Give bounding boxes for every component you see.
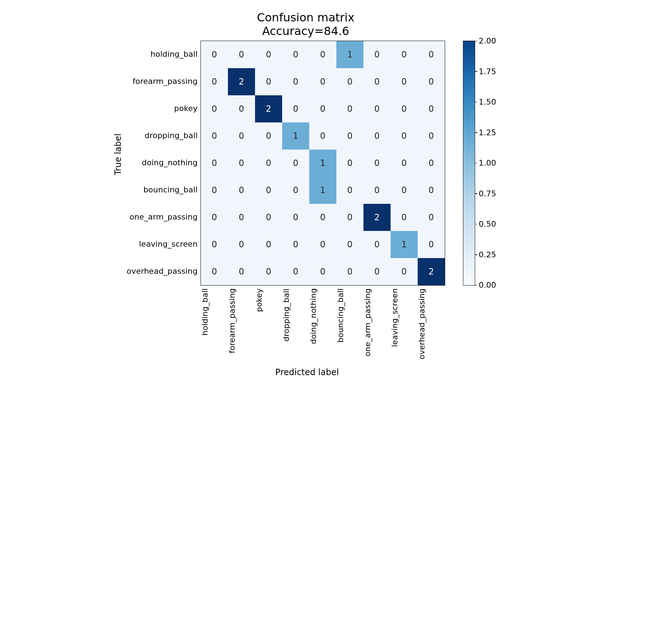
heatmap-cell: 0 xyxy=(418,41,445,68)
y-tick-label: doing_nothing xyxy=(127,149,198,176)
colorbar-tick: 0.50 xyxy=(479,220,496,228)
heatmap-cell: 0 xyxy=(391,122,418,150)
heatmap-cell: 0 xyxy=(228,122,255,150)
title-block: Confusion matrix Accuracy=84.6 xyxy=(184,11,427,38)
x-tick-label: one_arm_passing xyxy=(363,288,390,361)
heatmap-cell: 0 xyxy=(255,204,282,231)
heatmap-cell: 0 xyxy=(201,258,228,285)
heatmap-cell: 0 xyxy=(418,68,445,95)
heatmap-cell: 0 xyxy=(336,204,363,231)
heatmap-cell: 0 xyxy=(228,258,255,285)
y-tick-label: pokey xyxy=(127,95,198,122)
y-tick-label: overhead_passing xyxy=(127,258,198,285)
heatmap-cell: 0 xyxy=(201,204,228,231)
heatmap-cell: 0 xyxy=(363,177,391,204)
heatmap-cell: 2 xyxy=(228,68,255,95)
heatmap-cell: 0 xyxy=(255,231,282,258)
colorbar-tick: 0.75 xyxy=(479,189,496,198)
heatmap-cell: 0 xyxy=(255,68,282,95)
heatmap-cell: 2 xyxy=(255,95,282,122)
y-tick-label: bouncing_ball xyxy=(127,176,198,203)
heatmap-cell: 0 xyxy=(363,122,391,150)
heatmap-cell: 1 xyxy=(391,231,418,258)
heatmap-cell: 0 xyxy=(201,231,228,258)
colorbar-tick: 1.75 xyxy=(479,67,496,76)
heatmap-cell: 0 xyxy=(391,95,418,122)
colorbar-tick: 1.00 xyxy=(479,158,496,167)
heatmap-cell: 0 xyxy=(201,177,228,204)
heatmap-cell: 0 xyxy=(336,177,363,204)
heatmap-cell: 0 xyxy=(391,68,418,95)
heatmap-cell: 0 xyxy=(391,204,418,231)
heatmap-cell: 1 xyxy=(336,41,363,68)
heatmap-cell: 0 xyxy=(282,41,309,68)
heatmap-cell: 0 xyxy=(282,95,309,122)
main-area: True label holding_ballforearm_passingpo… xyxy=(113,41,559,361)
heatmap-cell: 0 xyxy=(201,122,228,150)
x-tick-label: forearm_passing xyxy=(228,288,255,361)
x-tick-label: leaving_screen xyxy=(390,288,417,361)
heatmap-cell: 0 xyxy=(391,41,418,68)
heatmap-cell: 0 xyxy=(309,204,336,231)
heatmap-cell: 0 xyxy=(391,258,418,285)
confusion-matrix-chart: Confusion matrix Accuracy=84.6 True labe… xyxy=(113,11,559,377)
heatmap-cell: 0 xyxy=(309,258,336,285)
heatmap-cell: 0 xyxy=(228,41,255,68)
chart-title: Confusion matrix xyxy=(184,11,427,24)
heatmap-cell: 0 xyxy=(363,95,391,122)
heatmap-cell: 0 xyxy=(418,122,445,150)
x-tick-label: pokey xyxy=(255,288,282,361)
colorbar-tick: 2.00 xyxy=(479,36,496,45)
x-tick-label: holding_ball xyxy=(200,288,228,361)
heatmap-cell: 0 xyxy=(391,177,418,204)
heatmap-cell: 0 xyxy=(282,150,309,177)
heatmap-cell: 1 xyxy=(309,150,336,177)
colorbar-tick: 0.00 xyxy=(479,281,496,289)
heatmap-cell: 0 xyxy=(336,150,363,177)
heatmap-cell: 0 xyxy=(309,122,336,150)
heatmap-cell: 0 xyxy=(228,204,255,231)
heatmap-cell: 2 xyxy=(418,258,445,285)
heatmap-cell: 0 xyxy=(255,122,282,150)
y-tick-label: forearm_passing xyxy=(127,68,198,95)
heatmap-cell: 0 xyxy=(228,150,255,177)
y-tick-label: dropping_ball xyxy=(127,122,198,149)
colorbar-tick: 1.50 xyxy=(479,97,496,106)
heatmap-cell: 0 xyxy=(309,231,336,258)
x-axis-label: Predicted label xyxy=(185,367,429,377)
heatmap-cell: 1 xyxy=(282,122,309,150)
heatmap-cell: 2 xyxy=(363,204,391,231)
heatmap-cell: 0 xyxy=(336,231,363,258)
heatmap-cell: 0 xyxy=(336,95,363,122)
heatmap-cell: 0 xyxy=(228,177,255,204)
y-tick-label: holding_ball xyxy=(127,41,198,68)
heatmap-cell: 0 xyxy=(282,177,309,204)
heatmap-cell: 0 xyxy=(201,41,228,68)
heatmap-cell: 0 xyxy=(363,68,391,95)
x-tick-label: overhead_passing xyxy=(417,288,444,361)
heatmap-cell: 0 xyxy=(363,258,391,285)
heatmap-cell: 0 xyxy=(336,258,363,285)
heatmap-cell: 0 xyxy=(363,231,391,258)
heatmap-cell: 0 xyxy=(282,231,309,258)
heatmap-cell: 0 xyxy=(391,150,418,177)
heatmap-cell: 0 xyxy=(228,95,255,122)
heatmap-cell: 0 xyxy=(418,231,445,258)
heatmap-cell: 0 xyxy=(363,150,391,177)
heatmap-cell: 0 xyxy=(309,68,336,95)
heatmap-cell: 0 xyxy=(201,68,228,95)
heatmap-cell: 0 xyxy=(228,231,255,258)
y-tick-label: one_arm_passing xyxy=(127,203,198,231)
colorbar-tick: 0.25 xyxy=(479,250,496,259)
y-tick-label: leaving_screen xyxy=(127,231,198,258)
heatmap-cell: 0 xyxy=(418,177,445,204)
colorbar xyxy=(463,41,475,286)
heatmap-cell: 0 xyxy=(336,68,363,95)
heatmap-cell: 0 xyxy=(255,150,282,177)
heatmap-cell: 1 xyxy=(309,177,336,204)
heatmap-grid: 0000010000200000000020000000001000000000… xyxy=(200,41,445,286)
colorbar-tick: 1.25 xyxy=(479,128,496,137)
heatmap-cell: 0 xyxy=(282,204,309,231)
heatmap-cell: 0 xyxy=(363,41,391,68)
heatmap-cell: 0 xyxy=(255,258,282,285)
